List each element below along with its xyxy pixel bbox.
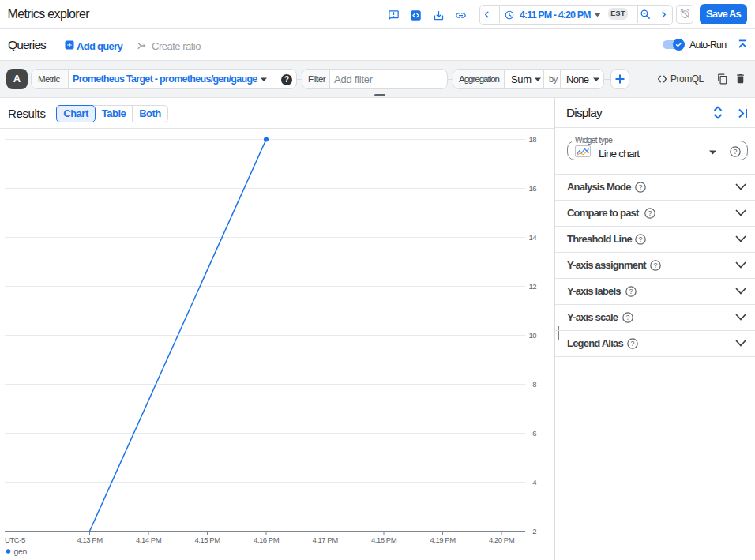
- svg-text:4: 4: [532, 478, 536, 487]
- svg-text:?: ?: [653, 261, 657, 269]
- svg-text:?: ?: [733, 148, 737, 156]
- svg-text:16: 16: [528, 184, 536, 193]
- svg-text:6: 6: [532, 429, 536, 438]
- svg-text:4:18 PM: 4:18 PM: [371, 536, 397, 544]
- svg-text:?: ?: [638, 235, 642, 243]
- svg-text:?: ?: [625, 314, 629, 321]
- svg-text:18: 18: [528, 135, 536, 144]
- svg-text:10: 10: [528, 331, 536, 340]
- svg-text:2: 2: [532, 527, 536, 536]
- svg-text:8: 8: [532, 380, 536, 389]
- svg-text:4:13 PM: 4:13 PM: [77, 536, 103, 544]
- svg-text:14: 14: [528, 233, 536, 242]
- svg-text:4:14 PM: 4:14 PM: [136, 536, 162, 544]
- svg-text:gen: gen: [14, 547, 28, 556]
- svg-text:UTC-5: UTC-5: [5, 536, 25, 544]
- svg-text:4:17 PM: 4:17 PM: [312, 536, 338, 544]
- svg-text:4:16 PM: 4:16 PM: [254, 536, 280, 544]
- svg-text:?: ?: [638, 183, 642, 191]
- svg-text:?: ?: [630, 340, 634, 348]
- svg-text:12: 12: [528, 282, 536, 291]
- svg-text:4:20 PM: 4:20 PM: [489, 536, 515, 544]
- svg-text:4:19 PM: 4:19 PM: [430, 536, 456, 544]
- svg-text:?: ?: [648, 209, 652, 217]
- svg-text:4:15 PM: 4:15 PM: [194, 536, 220, 544]
- svg-text:?: ?: [629, 288, 633, 295]
